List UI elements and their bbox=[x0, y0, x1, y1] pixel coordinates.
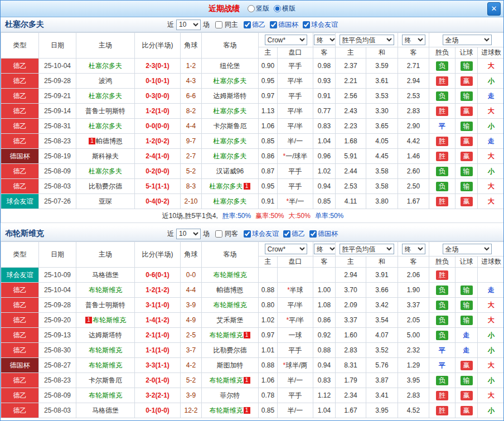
handicap-cell: *半球 bbox=[278, 283, 313, 298]
same-venue-checkbox[interactable] bbox=[215, 21, 222, 28]
stats-segment: 单率:50% bbox=[315, 212, 343, 220]
league-type-cell: 球会友谊 bbox=[1, 194, 39, 209]
column-header: Crow* bbox=[259, 242, 313, 257]
result-goals-cell: 小 bbox=[478, 74, 504, 89]
away-team-name: 杜塞尔多夫 bbox=[214, 152, 247, 160]
league-type-cell: 德国杯 bbox=[1, 358, 39, 373]
match-row: 球会友谊25-10-09马格德堡0-6(0-1)0-0布轮斯维克2.943.91… bbox=[1, 268, 504, 283]
horizontal-radio[interactable] bbox=[274, 5, 281, 12]
league-filter[interactable]: 球会友谊 bbox=[244, 229, 279, 239]
date-cell: 25-08-09 bbox=[39, 164, 76, 179]
result-handicap-cell: 赢 bbox=[455, 403, 478, 418]
away-team-name: 布轮斯维克 bbox=[210, 407, 243, 414]
europe-avg-select[interactable]: 胜平负均值 bbox=[340, 244, 394, 254]
vertical-radio[interactable] bbox=[248, 5, 255, 12]
league-filter[interactable]: 德乙 bbox=[283, 229, 305, 239]
league-filter[interactable]: 德国杯 bbox=[309, 229, 338, 239]
home-team-name: 杜塞尔多夫 bbox=[89, 62, 122, 70]
home-water-cell: 1.13 bbox=[259, 104, 278, 119]
column-header: 类型 bbox=[1, 33, 39, 59]
same-venue-filter[interactable]: 同客 bbox=[215, 229, 239, 239]
date-cell: 25-09-28 bbox=[39, 74, 76, 89]
result-handicap: 赢 bbox=[461, 391, 473, 400]
league-filter[interactable]: 德乙 bbox=[244, 20, 265, 30]
league-checkbox[interactable] bbox=[309, 230, 317, 238]
bookmaker-select[interactable]: Crow* bbox=[265, 35, 307, 45]
date-cell: 25-10-04 bbox=[39, 283, 76, 298]
league-label: 球会友谊 bbox=[311, 20, 338, 30]
result-goals: 大 bbox=[488, 391, 495, 399]
league-filter[interactable]: 德国杯 bbox=[270, 20, 298, 30]
result-wdl-cell: 负 bbox=[429, 373, 455, 388]
close-button[interactable]: ✕ bbox=[487, 2, 501, 16]
result-handicap-cell: 赢 bbox=[455, 194, 478, 209]
league-checkbox[interactable] bbox=[303, 21, 310, 28]
league-label: 德国杯 bbox=[318, 229, 338, 239]
result-handicap-cell: 赢 bbox=[455, 388, 478, 403]
column-subheader: 客 bbox=[398, 47, 429, 59]
home-team-name: 布轮斯维克 bbox=[89, 361, 122, 369]
column-subheader: 让球 bbox=[455, 47, 478, 59]
match-count-select[interactable]: 10 bbox=[176, 20, 201, 30]
result-goals: 大 bbox=[488, 301, 495, 309]
league-checkbox[interactable] bbox=[270, 21, 277, 28]
score-cell: 2-3(0-1) bbox=[135, 59, 181, 74]
result-handicap: 走 bbox=[463, 346, 470, 354]
result-wdl: 胜 bbox=[436, 137, 448, 146]
euro-draw-cell: 4.07 bbox=[366, 328, 398, 343]
same-venue-filter[interactable]: 同主 bbox=[215, 20, 239, 30]
europe-avg-select[interactable]: 胜平负均值 bbox=[340, 35, 394, 45]
corners-cell: 9-7 bbox=[181, 134, 202, 149]
match-row: 德乙25-09-21杜塞尔多夫0-3(0-0)6-6达姆斯塔特0.97平手0.9… bbox=[1, 89, 504, 104]
league-checkbox[interactable] bbox=[244, 230, 251, 238]
results-table: 类型日期主场比分(半场)角球客场Crow*终胜平负均值终全场主盘口客主和客胜负让… bbox=[1, 32, 504, 223]
match-count-select[interactable]: 10 bbox=[176, 229, 201, 239]
near-label: 近 bbox=[167, 20, 174, 30]
home-team-name: 杜塞尔多夫 bbox=[89, 122, 122, 130]
away-team-cell: 汉诺威96 bbox=[202, 164, 259, 179]
final-euro-select[interactable]: 终 bbox=[402, 244, 425, 254]
euro-away-cell: 3.37 bbox=[398, 298, 429, 313]
away-team-cell: 斯图加特 bbox=[202, 358, 259, 373]
result-wdl: 胜 bbox=[436, 406, 448, 415]
corners-cell: 4-3 bbox=[181, 74, 202, 89]
score-cell: 3-3(1-1) bbox=[135, 358, 181, 373]
euro-home-cell: 1.68 bbox=[336, 134, 366, 149]
result-wdl: 胜 bbox=[436, 107, 448, 116]
result-goals: 大 bbox=[488, 62, 495, 70]
away-team-cell: 杜塞尔多夫 bbox=[202, 149, 259, 164]
window-title: 近期战绩 bbox=[209, 4, 240, 14]
same-venue-checkbox[interactable] bbox=[215, 230, 222, 238]
handicap-cell: *半/一 bbox=[278, 194, 313, 209]
column-subheader: 主 bbox=[259, 257, 278, 268]
league-filter[interactable]: 球会友谊 bbox=[303, 20, 338, 30]
scope-select[interactable]: 全场 bbox=[443, 244, 492, 254]
home-team-name: 布轮斯维克 bbox=[89, 391, 122, 399]
league-checkbox[interactable] bbox=[283, 230, 290, 238]
euro-away-cell: 2.50 bbox=[398, 179, 429, 194]
corners-cell: 8-2 bbox=[181, 104, 202, 119]
result-wdl: 平 bbox=[439, 122, 445, 130]
home-water-cell: 0.87 bbox=[259, 164, 278, 179]
euro-away-cell: 2.83 bbox=[398, 388, 429, 403]
away-team-name: 布轮斯维克 bbox=[210, 376, 243, 384]
scope-select[interactable]: 全场 bbox=[443, 35, 492, 45]
layout-horizontal-option[interactable]: 横版 bbox=[274, 4, 295, 13]
final-asian-select[interactable]: 终 bbox=[314, 35, 336, 45]
bookmaker-select[interactable]: Crow* bbox=[265, 244, 307, 254]
final-asian-select[interactable]: 终 bbox=[314, 244, 336, 254]
home-team-cell: 布轮斯维克 bbox=[76, 358, 135, 373]
result-handicap-cell: 走 bbox=[455, 328, 478, 343]
vertical-radio-label: 竖版 bbox=[256, 4, 269, 13]
league-type-cell: 德乙 bbox=[1, 388, 39, 403]
league-checkbox[interactable] bbox=[244, 21, 251, 28]
away-team-name: 杜塞尔多夫 bbox=[214, 107, 247, 115]
score-cell: 2-1(1-0) bbox=[135, 328, 181, 343]
home-team-name: 亚琛 bbox=[99, 197, 112, 205]
home-team-cell: 杜塞尔多夫 bbox=[76, 59, 135, 74]
away-team-name: 布轮斯维克 bbox=[214, 301, 247, 309]
layout-vertical-option[interactable]: 竖版 bbox=[248, 4, 269, 13]
result-handicap-cell: 赢 bbox=[455, 358, 478, 373]
away-water-cell: 0.85 bbox=[313, 194, 336, 209]
final-euro-select[interactable]: 终 bbox=[402, 35, 425, 45]
